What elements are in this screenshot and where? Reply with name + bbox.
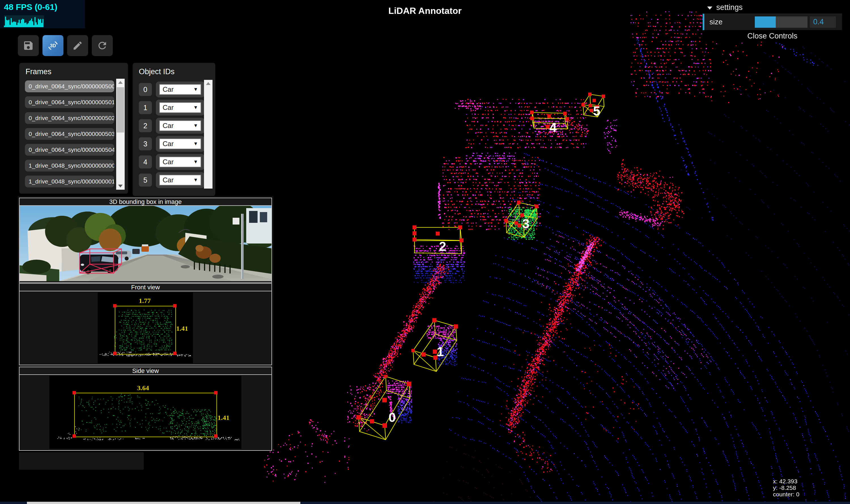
chevron-down-icon [707, 6, 712, 10]
object-row-5: 5 Car ▼ [139, 172, 205, 188]
side-view-image[interactable]: 3.64 1.41 [49, 376, 241, 449]
object-class-select-2[interactable]: Car ▼ [159, 120, 201, 131]
svg-text:3D: 3D [50, 43, 56, 48]
dropdown-arrow-icon: ▼ [193, 87, 201, 92]
frames-title: Frames [25, 67, 52, 76]
object-class-wrap: Car ▼ [156, 118, 205, 134]
side-width-label: 3.64 [137, 384, 149, 392]
camera-view-panel: 3D bounding box in image [19, 198, 272, 283]
object-id-badge: 1 [139, 101, 152, 114]
object-class-select-4[interactable]: Car ▼ [159, 157, 201, 167]
front-width-label: 1.77 [139, 297, 151, 305]
object-class-wrap: Car ▼ [156, 154, 205, 170]
size-slider[interactable] [755, 16, 808, 28]
object-id-badge: 2 [139, 119, 152, 132]
object-class-wrap: Car ▼ [156, 172, 205, 188]
size-value-field[interactable]: 0.4 [810, 16, 836, 28]
object-id-badge: 4 [139, 156, 152, 168]
front-handle-tr[interactable] [173, 304, 176, 307]
selected-class: Car [160, 122, 193, 130]
frame-item-5[interactable]: 1_drive_0048_sync/0000000000 [25, 160, 114, 172]
side-handle-br[interactable] [214, 434, 218, 438]
objects-scrollbar[interactable] [204, 80, 212, 188]
size-control-row: size 0.4 [702, 14, 842, 30]
frame-item-0[interactable]: 0_drive_0064_sync/0000000500 [25, 80, 114, 92]
selected-class: Car [160, 86, 193, 93]
refresh-icon [97, 40, 108, 51]
selected-class: Car [160, 140, 193, 148]
object-ids-panel: Object IDs 0 Car ▼ 1 Car ▼ 2 Car ▼ 3 Car [133, 63, 215, 196]
side-handle-tl[interactable] [72, 391, 76, 394]
cursor-y: y: -8.258 [773, 484, 799, 491]
close-controls-button[interactable]: Close Controls [702, 30, 842, 42]
side-handle-tr[interactable] [214, 391, 218, 394]
cursor-counter: counter: 0 [773, 491, 799, 498]
object-row-0: 0 Car ▼ [139, 82, 205, 97]
object-ids-title: Object IDs [139, 67, 175, 76]
frame-item-2[interactable]: 0_drive_0064_sync/0000000502 [25, 112, 114, 124]
front-view-image[interactable]: 1.77 1.41 [98, 292, 193, 363]
save-button[interactable] [18, 35, 39, 56]
side-measure-box[interactable] [74, 393, 217, 437]
frames-scrollbar[interactable] [116, 79, 125, 190]
side-view-panel: Side view 3.64 1.41 [19, 367, 272, 451]
camera-image[interactable] [20, 206, 272, 281]
selected-class: Car [160, 158, 193, 166]
side-handle-bl[interactable] [72, 434, 76, 438]
frame-item-6[interactable]: 1_drive_0048_sync/0000000001 [25, 176, 114, 187]
front-handle-br[interactable] [173, 352, 176, 355]
object-class-wrap: Car ▼ [156, 136, 205, 152]
object-row-2: 2 Car ▼ [139, 118, 205, 134]
object-class-wrap: Car ▼ [156, 82, 205, 97]
dropdown-arrow-icon: ▼ [193, 141, 201, 147]
fps-widget[interactable]: 48 FPS (0-61) [0, 0, 85, 28]
side-height-label: 1.41 [218, 414, 229, 421]
edit-icon [72, 40, 83, 51]
object-id-badge: 0 [139, 83, 152, 96]
size-slider-fill [755, 16, 776, 28]
front-view-title: Front view [20, 284, 272, 291]
fps-counter: 48 FPS (0-61) [4, 2, 57, 12]
object-class-select-3[interactable]: Car ▼ [159, 139, 201, 149]
object-class-select-0[interactable]: Car ▼ [159, 84, 201, 95]
edit-button[interactable] [67, 35, 88, 56]
toolbar: 3D [18, 35, 113, 56]
object-class-select-1[interactable]: Car ▼ [159, 102, 201, 113]
object-id-badge: 5 [139, 174, 152, 186]
selected-class: Car [160, 176, 193, 184]
settings-folder-label: settings [716, 3, 743, 12]
object-class-select-5[interactable]: Car ▼ [159, 175, 201, 185]
frame-item-4[interactable]: 0_drive_0064_sync/0000000504 [25, 144, 114, 156]
footer-strip [19, 452, 144, 470]
object-id-badge: 3 [139, 137, 152, 150]
fps-graph [4, 15, 44, 27]
dropdown-arrow-icon: ▼ [193, 159, 201, 165]
horizontal-scrollbar-thumb[interactable] [27, 502, 300, 504]
front-height-label: 1.41 [176, 325, 188, 332]
frames-panel: Frames 0_drive_0064_sync/0000000500 0_dr… [19, 63, 128, 194]
rotate-3d-button[interactable]: 3D [42, 35, 64, 56]
front-handle-bl[interactable] [113, 352, 117, 355]
dropdown-arrow-icon: ▼ [193, 177, 201, 183]
horizontal-scrollbar[interactable] [0, 502, 850, 504]
front-view-panel: Front view 1.77 1.41 [19, 283, 272, 365]
cursor-status: x: 42.393 y: -8.258 counter: 0 [773, 478, 799, 498]
scroll-down-icon[interactable] [116, 182, 125, 190]
refresh-button[interactable] [92, 35, 113, 56]
selected-class: Car [160, 104, 193, 111]
frame-item-1[interactable]: 0_drive_0064_sync/0000000501 [25, 96, 114, 108]
front-measure-box[interactable] [115, 306, 176, 355]
scroll-up-icon[interactable] [116, 79, 125, 86]
rotate-3d-icon: 3D [47, 39, 59, 52]
dropdown-arrow-icon: ▼ [193, 123, 201, 129]
frame-item-3[interactable]: 0_drive_0064_sync/0000000503 [25, 128, 114, 140]
settings-folder-header[interactable]: settings [702, 1, 842, 14]
save-icon [23, 40, 34, 51]
front-handle-tl[interactable] [113, 304, 117, 307]
dropdown-arrow-icon: ▼ [193, 105, 201, 110]
object-row-4: 4 Car ▼ [139, 154, 205, 170]
settings-panel: settings size 0.4 Close Controls [702, 1, 842, 42]
frames-scrollbar-thumb[interactable] [117, 87, 124, 132]
scroll-up-icon[interactable] [204, 80, 212, 87]
side-view-title: Side view [20, 367, 272, 375]
